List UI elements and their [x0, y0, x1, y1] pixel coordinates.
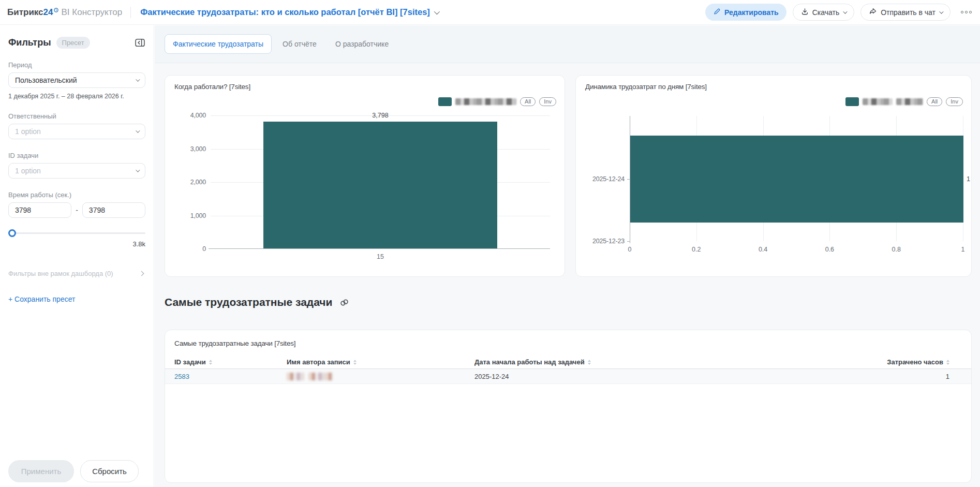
bar-chart-plot: 4,000 3,000 2,000 1,000 0 3,798 15 — [211, 115, 550, 249]
top-header: Битрикс24 BI Конструктор Фактические тру… — [0, 0, 980, 25]
chevron-down-icon — [434, 8, 440, 14]
responsible-select[interactable]: 1 option — [8, 124, 145, 139]
bar-value-label: 1 — [967, 175, 970, 183]
send-icon — [869, 7, 877, 17]
legend-label-redacted — [863, 98, 893, 105]
legend-inv-button[interactable]: Inv — [946, 97, 963, 106]
when-worked-chart-card: Когда работали? [7sites] All Inv 4,000 3… — [165, 75, 565, 277]
save-preset-link[interactable]: + Сохранить пресет — [8, 295, 145, 303]
dynamics-chart-card: Динамика трудозатрат по дням [7sites] Al… — [575, 75, 972, 277]
apply-button[interactable]: Применить — [8, 460, 74, 482]
collapse-sidebar-button[interactable] — [135, 37, 145, 48]
more-menu-button[interactable] — [961, 11, 972, 13]
chevron-down-icon — [136, 168, 140, 172]
task-id-label: ID задачи — [8, 152, 145, 159]
x-tick-label: 15 — [377, 253, 384, 260]
cell-task-id: 2583 — [174, 373, 287, 380]
sort-icon — [588, 360, 591, 365]
slider-handle[interactable] — [8, 229, 16, 237]
download-icon — [801, 8, 809, 17]
tasks-section-header: Самые трудозатратные задачи — [165, 296, 350, 308]
chart-legend: All Inv — [438, 97, 556, 106]
header-actions: Редактировать Скачать Отправить в чат — [705, 4, 980, 21]
period-select[interactable]: Пользовательский — [8, 72, 145, 88]
chart-title: Когда работали? [7sites] — [174, 83, 250, 91]
work-time-label: Время работы (сек.) — [8, 191, 145, 199]
y-tick-label: 1,000 — [190, 212, 206, 219]
responsible-label: Ответственный — [8, 112, 145, 120]
outer-filters-row[interactable]: Фильтры вне рамок дашборда (0) — [8, 270, 145, 277]
period-range-note: 1 декабря 2025 г. – 28 февраля 2026 г. — [8, 93, 145, 100]
legend-label-redacted — [455, 98, 516, 105]
report-title: Фактические трудозатраты: кто и сколько … — [140, 7, 430, 17]
tab-about-report[interactable]: Об отчёте — [275, 35, 324, 53]
x-tick-label: 0.6 — [825, 246, 834, 253]
report-title-dropdown[interactable]: Фактические трудозатраты: кто и сколько … — [140, 7, 438, 17]
x-tick-label: 0.4 — [759, 246, 767, 253]
logo-text-suffix: BI Конструктор — [62, 7, 123, 18]
table-title: Самые трудозатратные задачи [7sites] — [174, 340, 962, 347]
reset-button[interactable]: Сбросить — [80, 460, 139, 482]
task-id-select[interactable]: 1 option — [8, 163, 145, 179]
legend-inv-button[interactable]: Inv — [539, 97, 556, 106]
dashboard-content: Когда работали? [7sites] All Inv 4,000 3… — [155, 63, 980, 486]
x-tick-label: 0.8 — [892, 246, 900, 253]
link-icon[interactable] — [339, 297, 350, 308]
main-area: Фактические трудозатраты Об отчёте О раз… — [155, 25, 980, 487]
slider-track[interactable] — [8, 232, 145, 234]
x-tick-label: 0.2 — [692, 246, 701, 253]
tab-actual-labor[interactable]: Фактические трудозатраты — [165, 34, 272, 54]
table-header-row: ID задачи Имя автора записи Дата начала … — [165, 356, 971, 369]
legend-all-button[interactable]: All — [927, 97, 942, 106]
chart-title: Динамика трудозатрат по дням [7sites] — [585, 83, 707, 91]
y-tick-label: 4,000 — [190, 112, 206, 119]
logo-text-primary: Битрикс — [7, 7, 43, 18]
column-header-task-id[interactable]: ID задачи — [174, 358, 287, 366]
chevron-down-icon — [136, 128, 140, 132]
send-to-chat-button[interactable]: Отправить в чат — [860, 4, 951, 21]
filters-sidebar: Фильтры Пресет Период Пользовательский 1… — [0, 25, 154, 487]
legend-swatch — [845, 97, 859, 106]
column-header-start-date[interactable]: Дата начала работы над задачей — [474, 358, 867, 366]
chevron-down-icon — [843, 9, 847, 13]
category-label: 2025-12-24 — [592, 175, 625, 183]
chevron-down-icon — [136, 77, 140, 81]
pencil-icon — [713, 8, 721, 17]
chevron-right-icon — [139, 271, 144, 276]
column-header-author[interactable]: Имя автора записи — [287, 358, 474, 366]
tasks-section-title: Самые трудозатратные задачи — [165, 296, 332, 308]
tab-strip: Фактические трудозатраты Об отчёте О раз… — [155, 25, 980, 63]
chevron-down-icon — [939, 9, 943, 13]
work-time-to-input[interactable] — [82, 202, 145, 218]
sort-icon — [353, 360, 357, 365]
x-tick-label: 1 — [961, 246, 965, 253]
tab-about-developer[interactable]: О разработчике — [328, 35, 396, 53]
when-worked-bar[interactable]: 3,798 — [263, 122, 498, 248]
edit-button[interactable]: Редактировать — [705, 4, 786, 21]
header-divider — [130, 7, 131, 18]
y-tick-label: 0 — [202, 245, 206, 253]
y-tick-label: 2,000 — [190, 179, 206, 186]
bi-constructor-page: Битрикс24 BI Конструктор Фактические тру… — [0, 0, 980, 487]
tasks-table-card: Самые трудозатратные задачи [7sites] ID … — [165, 330, 972, 483]
filters-header: Фильтры Пресет — [8, 37, 145, 49]
dynamics-bar[interactable]: 1 — [630, 136, 963, 223]
category-label: 2025-12-23 — [592, 238, 625, 245]
work-time-range: - — [8, 202, 145, 218]
sort-icon — [209, 360, 212, 365]
y-tick-label: 3,000 — [190, 145, 206, 153]
column-header-hours[interactable]: Затрачено часов — [867, 358, 949, 366]
chart-legend: All Inv — [845, 97, 963, 106]
legend-all-button[interactable]: All — [520, 97, 536, 106]
task-id-link[interactable]: 2583 — [174, 373, 189, 380]
sort-icon — [946, 360, 949, 365]
bar-value-label: 3,798 — [372, 112, 388, 119]
work-time-from-input[interactable] — [8, 202, 71, 218]
work-time-slider[interactable] — [8, 229, 145, 237]
slider-max-label: 3.8k — [8, 240, 145, 248]
bitrix24-logo: Битрикс24 BI Конструктор — [7, 7, 122, 18]
download-button[interactable]: Скачать — [793, 4, 855, 21]
range-dash: - — [76, 206, 78, 214]
cell-start-date: 2025-12-24 — [474, 373, 867, 380]
clock-icon — [54, 5, 58, 15]
